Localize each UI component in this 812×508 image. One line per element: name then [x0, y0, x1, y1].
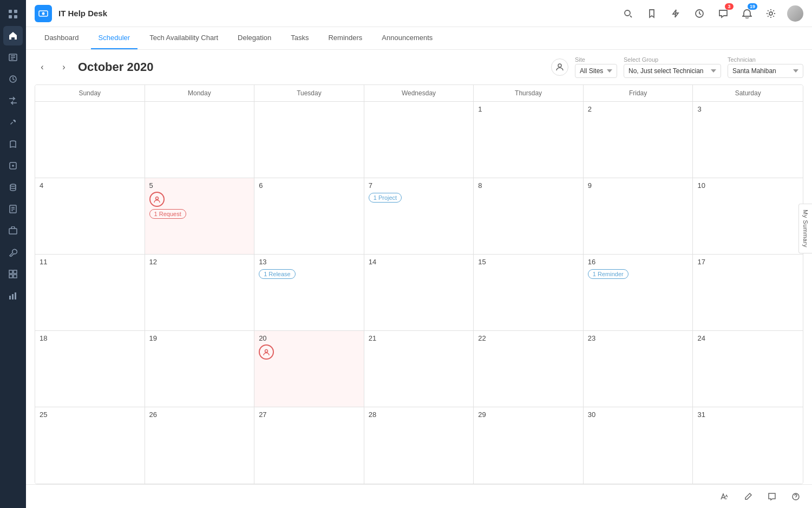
chat-bottom-button[interactable]	[764, 489, 780, 504]
cell-oct-15[interactable]: 15	[474, 255, 584, 330]
week-3: 11 12 13 1 Release 14 15 16 1 Reminde	[35, 255, 803, 331]
cell-empty-1[interactable]	[35, 102, 145, 178]
event-request-oct5[interactable]: 1 Request	[149, 209, 186, 219]
edit-button[interactable]	[741, 489, 756, 504]
date-8: 8	[478, 181, 579, 190]
cell-oct-20[interactable]: 20	[254, 331, 364, 407]
tab-scheduler[interactable]: Scheduler	[91, 27, 138, 49]
tab-reminders[interactable]: Reminders	[320, 27, 370, 49]
cell-oct-21[interactable]: 21	[364, 331, 474, 407]
cell-oct-28[interactable]: 28	[364, 407, 474, 484]
cell-oct-22[interactable]: 22	[474, 331, 584, 407]
calendar-body: 1 2 3 4 5 1 Request	[35, 102, 803, 484]
event-project-oct7[interactable]: 1 Project	[369, 193, 402, 203]
cell-oct-18[interactable]: 18	[35, 331, 145, 407]
week-2: 4 5 1 Request 6 7 1 Project	[35, 178, 803, 255]
site-select[interactable]: All Sites	[575, 64, 617, 78]
bookmark-button[interactable]	[644, 6, 659, 21]
tab-announcements[interactable]: Announcements	[374, 27, 440, 49]
my-summary-label[interactable]: My Summary	[798, 204, 812, 253]
event-release-oct13[interactable]: 1 Release	[259, 269, 296, 279]
cell-oct-10[interactable]: 10	[693, 178, 803, 254]
next-month-button[interactable]: ›	[56, 60, 71, 75]
help-button[interactable]	[788, 489, 803, 504]
cell-oct-12[interactable]: 12	[145, 255, 255, 330]
cell-oct-26[interactable]: 26	[145, 407, 255, 484]
calendar-grid: Sunday Monday Tuesday Wednesday Thursday…	[35, 84, 803, 484]
sidebar-item-home[interactable]	[3, 26, 23, 45]
cell-oct-27[interactable]: 27	[254, 407, 364, 484]
tab-delegation[interactable]: Delegation	[230, 27, 279, 49]
svg-rect-8	[9, 229, 17, 234]
my-summary-tab[interactable]: My Summary	[798, 204, 812, 253]
cell-oct-2[interactable]: 2	[584, 102, 693, 178]
date-1: 1	[478, 105, 579, 113]
cell-oct-31[interactable]: 31	[693, 407, 803, 484]
text-size-button[interactable]	[717, 489, 732, 504]
sidebar-item-grid[interactable]	[3, 4, 23, 24]
sidebar-item-contracts[interactable]	[3, 199, 23, 219]
week-1: 1 2 3	[35, 102, 803, 178]
day-sunday: Sunday	[35, 85, 145, 101]
technician-select[interactable]: Santa Mahiban	[728, 64, 803, 78]
event-reminder-oct16[interactable]: 1 Reminder	[588, 269, 628, 279]
sidebar-item-wrench[interactable]	[3, 243, 23, 262]
tab-dashboard[interactable]: Dashboard	[37, 27, 87, 49]
cell-oct-16[interactable]: 16 1 Reminder	[584, 255, 693, 330]
cell-oct-11[interactable]: 11	[35, 255, 145, 330]
sidebar-item-purchases[interactable]	[3, 221, 23, 240]
sidebar-item-hammer[interactable]	[3, 113, 23, 132]
cell-oct-23[interactable]: 23	[584, 331, 693, 407]
svg-point-21	[558, 64, 561, 67]
history-button[interactable]	[692, 6, 707, 21]
cell-oct-5[interactable]: 5 1 Request	[145, 178, 255, 254]
sidebar-item-grid3[interactable]	[3, 264, 23, 284]
sidebar-item-shuffle[interactable]	[3, 91, 23, 110]
cell-oct-14[interactable]: 14	[364, 255, 474, 330]
cell-oct-17[interactable]: 17	[693, 255, 803, 330]
prev-month-button[interactable]: ‹	[35, 60, 50, 75]
svg-rect-12	[14, 275, 17, 278]
tab-tech-availability[interactable]: Tech Availability Chart	[142, 27, 226, 49]
day-wednesday: Wednesday	[364, 85, 474, 101]
cell-oct-4[interactable]: 4	[35, 178, 145, 254]
sidebar-item-database[interactable]	[3, 178, 23, 197]
group-select[interactable]: No, Just select Technician	[624, 64, 721, 78]
notification-button[interactable]: 19	[739, 6, 755, 21]
sidebar-item-book[interactable]	[3, 134, 23, 154]
cell-oct-3[interactable]: 3	[693, 102, 803, 178]
week-5: 25 26 27 28 29 30 31	[35, 407, 803, 484]
cell-oct-8[interactable]: 8	[474, 178, 584, 254]
date-2: 2	[588, 105, 689, 113]
cell-oct-24[interactable]: 24	[693, 331, 803, 407]
cell-oct-29[interactable]: 29	[474, 407, 584, 484]
cell-oct-19[interactable]: 19	[145, 331, 255, 407]
date-28: 28	[369, 411, 469, 419]
settings-button[interactable]	[763, 6, 778, 21]
cell-oct-30[interactable]: 30	[584, 407, 693, 484]
cell-oct-25[interactable]: 25	[35, 407, 145, 484]
user-filter-button[interactable]	[551, 58, 568, 76]
cell-empty-4[interactable]	[364, 102, 474, 178]
search-button[interactable]	[620, 6, 636, 21]
user-avatar[interactable]	[787, 5, 803, 22]
sidebar-item-changes[interactable]	[3, 69, 23, 89]
cell-empty-3[interactable]	[254, 102, 364, 178]
cell-empty-2[interactable]	[145, 102, 255, 178]
calendar-header: ‹ › October 2020 Site All Sites Select G…	[35, 56, 803, 78]
cell-oct-7[interactable]: 7 1 Project	[364, 178, 474, 254]
sidebar-item-reports[interactable]	[3, 286, 23, 305]
cell-oct-9[interactable]: 9	[584, 178, 693, 254]
date-9: 9	[588, 181, 689, 190]
cell-oct-13[interactable]: 13 1 Release	[254, 255, 364, 330]
sidebar-item-requests[interactable]	[3, 48, 23, 67]
svg-rect-14	[12, 294, 14, 299]
tab-tasks[interactable]: Tasks	[283, 27, 316, 49]
cell-oct-6[interactable]: 6	[254, 178, 364, 254]
sidebar-item-assets[interactable]	[3, 156, 23, 175]
date-7: 7	[369, 181, 469, 190]
cell-oct-1[interactable]: 1	[474, 102, 584, 178]
lightning-button[interactable]	[668, 6, 683, 21]
svg-point-20	[769, 12, 772, 15]
chat-button[interactable]: 3	[716, 6, 731, 21]
